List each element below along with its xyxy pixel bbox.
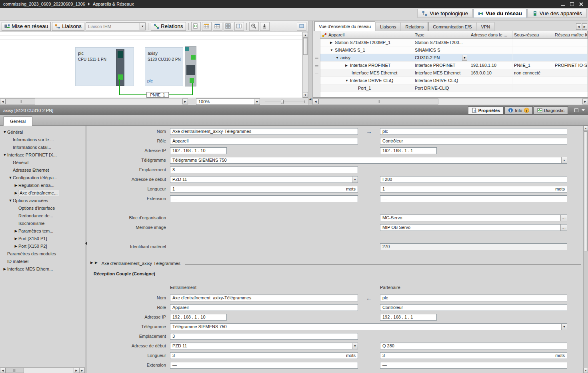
extension-partner-input[interactable]: — [380, 362, 567, 369]
telegramme-select[interactable]: Télégramme SIEMENS 750▼ [170, 323, 567, 330]
tree-item[interactable]: Isochronisme [0, 219, 85, 227]
scrollbar-track[interactable] [438, 98, 582, 104]
table-row[interactable]: ▼SINAMICS S_1 SINAMICS S [320, 46, 588, 54]
collapse-inspector-icon[interactable] [582, 109, 585, 111]
network-canvas[interactable]: plc CPU 1511-1 PN axisy S120 CU310-2 PN … [0, 32, 302, 98]
expand-icon[interactable]: ▶ [95, 261, 98, 265]
chevron-down-icon[interactable]: ▼ [352, 343, 358, 349]
ip-partner-input[interactable]: 192 . 168 . 1 . 1 [380, 314, 437, 321]
expand-icon[interactable]: ▶ [14, 191, 18, 195]
scroll-up-icon[interactable]: ▲ [303, 32, 308, 38]
maximize-icon[interactable] [570, 2, 574, 6]
breadcrumb-project[interactable]: commissing_2023_0609_20230609_1306 [3, 2, 85, 6]
expand-icon[interactable]: ▶ [14, 244, 18, 248]
table-row[interactable]: ▶Interface PROFINET Interface PROFINET 1… [320, 62, 588, 69]
tree-item[interactable]: Informations catal... [0, 143, 85, 151]
form-vertical-scrollbar[interactable]: ▲ ▼ [583, 126, 588, 373]
collapse-icon[interactable]: ▼ [2, 153, 7, 157]
role-drive-input[interactable]: Appareil [170, 138, 358, 144]
profinet-wire[interactable] [119, 79, 120, 95]
zoom-slider[interactable] [265, 98, 305, 105]
memoire-image-input[interactable]: MIP OB Servo... [380, 224, 567, 231]
adresse-debut-partner-input[interactable]: Q 280 [380, 343, 567, 349]
adresse-debut-drive-select[interactable]: PZD 11▼ [170, 343, 358, 349]
column-type[interactable]: Type [413, 31, 469, 38]
column-address[interactable]: Adresse dans le ... [469, 31, 512, 38]
tree-item[interactable]: ▼Interface PROFINET [X... [0, 151, 85, 158]
expand-icon[interactable]: ▶ [2, 267, 7, 271]
scrollbar-thumb[interactable] [6, 368, 24, 373]
expand-icon[interactable]: ▶ [90, 261, 93, 265]
tree-item[interactable]: ▶Régulation entra... [0, 181, 85, 189]
chevron-down-icon[interactable]: ▼ [561, 324, 567, 330]
tab-diagnostics[interactable]: Diagnostic [534, 106, 568, 114]
fit-view-button[interactable] [297, 22, 306, 31]
float-window-icon[interactable] [574, 108, 578, 112]
zoom-select[interactable]: 100% ▼ [196, 98, 260, 105]
scrollbar-track[interactable] [24, 368, 74, 373]
extension-partner-input[interactable]: — [380, 195, 567, 202]
role-partner-input[interactable]: Contrôleur [380, 138, 567, 144]
scrollbar-thumb[interactable] [584, 131, 588, 251]
tab-properties[interactable]: Propriétés [468, 106, 504, 114]
device-view-button[interactable]: Vue des appareils [528, 9, 586, 18]
row-handle[interactable] [315, 58, 318, 59]
table-row[interactable]: ▶Station S71500/ET200MP_1 Station S71500… [320, 39, 588, 46]
tree-item[interactable]: ▶Port [X150 P1] [0, 235, 85, 242]
table-row[interactable]: Port_1 Port DRIVE-CLiQ [320, 84, 588, 92]
role-partner-input[interactable]: Contrôleur [380, 304, 567, 311]
bloc-organisation-input[interactable]: MC-Servo... [380, 215, 567, 221]
nom-partner-input[interactable]: plc [380, 128, 567, 135]
table-row-selected[interactable]: ▼axisy CU310-2 PN▼ [320, 54, 588, 62]
nom-partner-input[interactable]: plc [380, 295, 567, 301]
table-view-button[interactable] [213, 22, 222, 31]
collapse-tree-icon[interactable] [85, 242, 87, 245]
canvas-horizontal-scrollbar[interactable]: ◀ ▶ [0, 98, 188, 104]
column-io-system[interactable]: Réseau maître IO [553, 31, 588, 38]
column-subn[interactable]: Sous-réseau [512, 31, 553, 38]
row-handle[interactable] [315, 65, 318, 66]
chevron-down-icon[interactable]: ▼ [561, 157, 567, 163]
collapse-icon[interactable]: ▼ [8, 176, 13, 180]
drive-device-image[interactable] [185, 46, 196, 86]
tab-io-communication[interactable]: Communication E/S [428, 22, 476, 31]
plc-device[interactable]: plc CPU 1511-1 PN [75, 47, 134, 86]
tab-vpn[interactable]: VPN [477, 22, 495, 31]
scroll-down-icon[interactable]: ▼ [303, 92, 308, 98]
scrollbar-thumb[interactable] [6, 98, 35, 104]
highlight-io-button[interactable] [202, 22, 212, 31]
scrollbar-thumb[interactable] [303, 38, 308, 55]
drive-device[interactable]: axisy S120 CU310-2 PN plc [145, 47, 183, 86]
overview-horizontal-scrollbar[interactable]: ◀ ▶ [313, 98, 588, 104]
nom-drive-input[interactable]: Axe d'entraînement_axixy-Télégrammes [170, 128, 358, 135]
grid-view-button[interactable] [224, 22, 233, 31]
scrollbar-thumb[interactable] [318, 98, 438, 104]
emplacement-input[interactable]: 3 [170, 333, 358, 340]
tab-network-overview[interactable]: Vue d'ensemble du réseau [314, 21, 375, 31]
scroll-down-icon[interactable]: ▼ [584, 368, 588, 373]
table-row[interactable]: Interface MES Ethernet Interface MES Eth… [320, 69, 588, 77]
tree-item[interactable]: ▶Interface MES Ethern... [0, 265, 85, 273]
longueur-drive-input[interactable]: 3mots [170, 352, 358, 359]
tree-item[interactable]: ID matériel [0, 257, 85, 265]
tree-item[interactable]: ▶Paramètres tem... [0, 227, 85, 235]
tree-item[interactable]: Adresses Ethernet [0, 166, 85, 174]
scroll-right-icon[interactable]: ▶ [182, 98, 188, 104]
role-drive-input[interactable]: Appareil [170, 304, 358, 311]
chevron-down-icon[interactable]: ▼ [140, 23, 145, 30]
assigned-controller-link[interactable]: plc [147, 78, 153, 83]
browse-icon[interactable]: ... [560, 215, 567, 221]
extension-drive-input[interactable]: — [170, 195, 358, 202]
plc-profinet-port[interactable] [118, 74, 123, 80]
canvas-vertical-scrollbar[interactable]: ▲ ▼ [302, 32, 308, 98]
longueur-partner-input[interactable]: 1mots [380, 186, 567, 193]
adresse-debut-partner-input[interactable]: I 280 [380, 176, 567, 183]
connections-button[interactable]: Liaisons [52, 22, 84, 31]
pane-splitter[interactable]: ◀ [308, 21, 313, 105]
collapse-pane-icon[interactable]: ◀ [309, 98, 311, 101]
expand-tree-pane-icon[interactable]: ▶ [79, 368, 85, 373]
tab-relations[interactable]: Relations [401, 22, 428, 31]
chevron-down-icon[interactable]: ▼ [462, 55, 467, 61]
tab-liaisons[interactable]: Liaisons [376, 22, 400, 31]
save-layout-button[interactable] [260, 22, 270, 31]
